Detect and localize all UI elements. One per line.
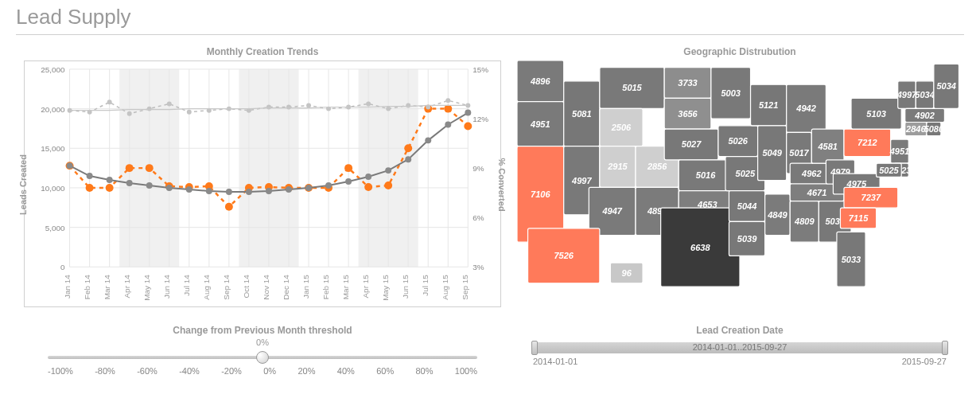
svg-text:Aug 15: Aug 15 [441, 275, 449, 300]
svg-point-64 [106, 184, 114, 192]
date-range-ends: 2014-01-01 2015-09-27 [533, 357, 947, 366]
svg-text:5033: 5033 [842, 255, 861, 264]
svg-point-83 [67, 162, 73, 169]
svg-point-89 [186, 186, 192, 193]
svg-point-91 [226, 189, 232, 195]
svg-point-85 [107, 177, 113, 183]
svg-point-96 [325, 182, 332, 189]
svg-text:May 15: May 15 [381, 275, 390, 301]
svg-text:0: 0 [60, 263, 65, 271]
svg-text:4942: 4942 [795, 103, 815, 113]
threshold-slider-value: 0% [16, 338, 509, 347]
svg-text:5081: 5081 [572, 109, 591, 119]
svg-text:Jan 15: Jan 15 [301, 275, 310, 298]
svg-point-115 [286, 105, 291, 110]
svg-point-123 [445, 98, 450, 103]
svg-text:6638: 6638 [690, 243, 710, 252]
svg-text:Apr 14: Apr 14 [122, 275, 131, 298]
svg-text:7526: 7526 [554, 251, 574, 260]
svg-point-63 [86, 184, 94, 192]
svg-text:4997: 4997 [896, 90, 917, 100]
svg-text:10,000: 10,000 [41, 184, 65, 193]
svg-text:5121: 5121 [759, 100, 778, 110]
svg-text:4962: 4962 [801, 169, 821, 178]
svg-text:Oct 14: Oct 14 [242, 275, 251, 298]
svg-point-84 [87, 173, 93, 179]
date-range-end: 2015-09-27 [902, 357, 947, 366]
svg-point-86 [126, 180, 133, 186]
svg-text:Jul 14: Jul 14 [182, 275, 191, 296]
svg-text:4947: 4947 [601, 206, 622, 216]
svg-text:Jan 14: Jan 14 [63, 275, 72, 298]
svg-point-116 [306, 103, 311, 107]
svg-point-76 [344, 164, 352, 172]
svg-text:7212: 7212 [858, 138, 877, 147]
svg-text:2915: 2915 [607, 162, 628, 171]
svg-point-103 [465, 110, 471, 116]
y-right-label: % Converted [497, 158, 507, 211]
svg-text:2506: 2506 [611, 123, 632, 132]
svg-text:5016: 5016 [696, 170, 716, 180]
svg-text:5025: 5025 [736, 169, 756, 178]
svg-text:Jun 15: Jun 15 [401, 275, 410, 298]
svg-point-101 [425, 137, 431, 143]
threshold-slider-handle[interactable] [256, 351, 269, 364]
svg-text:Jul 15: Jul 15 [421, 275, 430, 296]
svg-text:4896: 4896 [530, 76, 550, 86]
svg-text:15%: 15% [472, 65, 488, 74]
svg-text:25,000: 25,000 [41, 65, 65, 74]
svg-text:Sep 14: Sep 14 [222, 275, 231, 300]
date-range-label: 2014-01-01..2015-09-27 [533, 342, 947, 352]
svg-text:Sep 15: Sep 15 [461, 275, 469, 300]
svg-text:5049: 5049 [762, 148, 782, 158]
date-range-slider[interactable]: 2014-01-01..2015-09-27 [533, 341, 947, 355]
svg-text:4849: 4849 [767, 210, 788, 220]
svg-point-70 [225, 203, 233, 211]
svg-text:5015: 5015 [622, 83, 642, 92]
svg-text:4951: 4951 [889, 146, 909, 156]
svg-text:Mar 14: Mar 14 [103, 275, 111, 299]
svg-text:4997: 4997 [571, 176, 592, 185]
svg-point-77 [364, 183, 372, 191]
svg-point-66 [146, 164, 154, 172]
date-range-title: Lead Creation Date [517, 325, 962, 336]
svg-text:9%: 9% [472, 164, 484, 173]
svg-text:3%: 3% [472, 263, 484, 271]
svg-text:5027: 5027 [682, 139, 702, 149]
svg-point-119 [366, 101, 371, 106]
svg-point-121 [406, 103, 410, 107]
svg-point-100 [405, 156, 411, 162]
svg-point-94 [286, 186, 292, 193]
svg-text:5080: 5080 [924, 124, 944, 134]
svg-text:5034: 5034 [915, 90, 934, 100]
svg-point-81 [444, 105, 452, 113]
svg-point-120 [386, 107, 391, 111]
svg-text:6%: 6% [472, 213, 484, 222]
svg-text:May 14: May 14 [142, 275, 151, 301]
svg-point-114 [266, 105, 271, 110]
svg-text:5039: 5039 [737, 234, 757, 244]
svg-text:3656: 3656 [678, 109, 698, 119]
svg-text:4671: 4671 [807, 188, 826, 197]
map-svg: 4896495171065081499750152506291528564947… [517, 60, 962, 307]
date-range-start: 2014-01-01 [533, 357, 578, 366]
geographic-map[interactable]: 4896495171065081499750152506291528564947… [517, 60, 962, 307]
svg-text:Nov 14: Nov 14 [262, 275, 270, 300]
svg-text:5025: 5025 [879, 166, 899, 175]
svg-text:5103: 5103 [866, 109, 885, 119]
svg-text:96: 96 [622, 268, 632, 278]
svg-text:5003: 5003 [721, 88, 740, 98]
svg-text:Feb 14: Feb 14 [83, 275, 91, 299]
svg-text:Mar 15: Mar 15 [341, 275, 350, 299]
threshold-slider[interactable] [48, 350, 477, 365]
svg-text:2846: 2846 [905, 124, 926, 134]
threshold-slider-ticks: -100%-80%-60%-40%-20%0%20%40%60%80%100% [48, 366, 477, 376]
svg-point-93 [266, 188, 272, 194]
svg-point-108 [147, 107, 152, 111]
svg-point-65 [126, 164, 134, 172]
svg-point-106 [107, 100, 112, 104]
map-title: Geographic Distrubution [517, 46, 962, 57]
svg-text:5034: 5034 [936, 81, 955, 91]
svg-point-78 [384, 181, 392, 189]
monthly-trends-chart[interactable]: Leads Created % Converted 05,00010,00015… [24, 60, 501, 307]
